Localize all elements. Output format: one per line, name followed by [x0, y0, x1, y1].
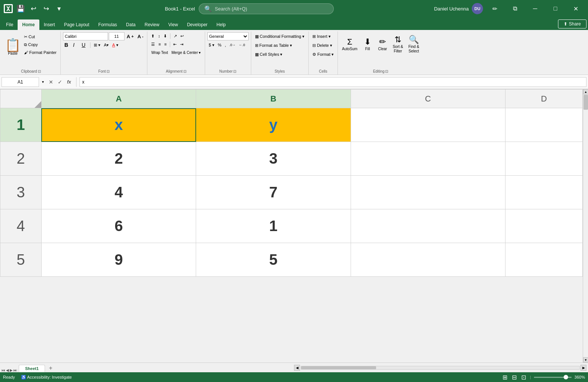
- decrease-indent-button[interactable]: ⇤: [172, 40, 178, 48]
- alignment-expand-icon[interactable]: ⊡: [183, 69, 186, 73]
- sheet-prev-button[interactable]: ◀: [6, 368, 9, 372]
- number-format-select[interactable]: General Number Currency Accounting Short…: [207, 32, 249, 40]
- tab-data[interactable]: Data: [122, 19, 140, 30]
- italic-button[interactable]: I: [72, 41, 80, 49]
- cell-styles-button[interactable]: ▦ Cell Styles ▾: [254, 50, 284, 58]
- autosum-button[interactable]: Σ AutoSum: [340, 32, 359, 57]
- restore-down-button[interactable]: ⧉: [506, 3, 524, 14]
- insert-button[interactable]: ⊞ Insert ▾: [311, 32, 332, 40]
- sheet-last-button[interactable]: ⏭: [14, 368, 17, 372]
- ribbon-display-button[interactable]: ✏: [486, 3, 503, 14]
- normal-view-button[interactable]: ⊞: [502, 373, 508, 382]
- tab-home[interactable]: Home: [18, 19, 39, 30]
- cell-D3[interactable]: [505, 176, 582, 209]
- increase-font-button[interactable]: A+: [125, 33, 135, 40]
- customize-qat-button[interactable]: ▾: [53, 3, 64, 14]
- cell-A3[interactable]: 4: [41, 176, 196, 209]
- share-button[interactable]: ⬆ Share: [558, 19, 586, 28]
- number-expand-icon[interactable]: ⊡: [233, 69, 236, 73]
- tab-file[interactable]: File: [2, 19, 18, 30]
- cell-A1[interactable]: x: [41, 108, 196, 142]
- find-select-button[interactable]: 🔍 Find & Select: [406, 32, 421, 57]
- align-center-button[interactable]: ≡: [157, 40, 162, 48]
- save-button[interactable]: 💾: [15, 3, 26, 14]
- tab-formulas[interactable]: Formulas: [94, 19, 122, 30]
- dollar-button[interactable]: $ ▾: [207, 41, 216, 49]
- maximize-button[interactable]: □: [547, 3, 564, 14]
- sort-filter-button[interactable]: ⇅ Sort & Filter: [391, 32, 405, 57]
- cell-B3[interactable]: 7: [196, 176, 351, 209]
- row-number-1[interactable]: 1: [0, 108, 42, 142]
- align-bottom-button[interactable]: ⬇: [162, 32, 168, 40]
- delete-button[interactable]: ⊟ Delete ▾: [311, 41, 334, 49]
- text-direction-button[interactable]: ↩: [179, 32, 185, 40]
- align-middle-button[interactable]: ↕: [156, 32, 162, 40]
- cell-B2[interactable]: 3: [196, 142, 351, 176]
- cut-button[interactable]: ✂ Cut: [22, 33, 58, 40]
- paste-button[interactable]: 📋 Paste: [4, 32, 22, 57]
- scroll-left-button[interactable]: ◀: [294, 365, 300, 371]
- cell-C4[interactable]: [351, 209, 505, 243]
- cell-C2[interactable]: [351, 142, 505, 176]
- scrollbar-thumb[interactable]: [584, 95, 588, 110]
- cancel-formula-button[interactable]: ✕: [47, 78, 55, 86]
- scroll-right-button[interactable]: ▶: [580, 365, 586, 371]
- cell-D5[interactable]: [505, 243, 582, 277]
- align-right-button[interactable]: ≡: [163, 40, 168, 48]
- clear-button[interactable]: ✏ Clear: [376, 32, 389, 57]
- undo-button[interactable]: ↩: [28, 3, 39, 14]
- scrollbar-track[interactable]: [583, 94, 588, 357]
- percent-button[interactable]: %: [216, 41, 223, 49]
- conditional-formatting-button[interactable]: ▦ Conditional Formatting ▾: [254, 32, 306, 40]
- cell-C5[interactable]: [351, 243, 505, 277]
- column-header-B[interactable]: B: [196, 90, 351, 108]
- font-expand-icon[interactable]: ⊡: [106, 69, 110, 73]
- row-number-2[interactable]: 2: [0, 142, 42, 176]
- copy-button[interactable]: ⧉ Copy: [22, 41, 58, 48]
- page-break-view-button[interactable]: ⊡: [520, 373, 527, 382]
- cell-A2[interactable]: 2: [41, 142, 196, 176]
- wrap-text-button[interactable]: Wrap Text: [150, 49, 170, 56]
- vertical-scrollbar[interactable]: ▲ ▼: [583, 89, 588, 363]
- confirm-formula-button[interactable]: ✓: [56, 78, 64, 86]
- insert-function-button[interactable]: fx: [65, 78, 73, 86]
- bold-button[interactable]: B: [63, 41, 71, 49]
- tab-insert[interactable]: Insert: [39, 19, 60, 30]
- cell-B1[interactable]: y: [196, 108, 351, 142]
- close-button[interactable]: ✕: [567, 3, 584, 14]
- font-name-input[interactable]: [63, 32, 108, 40]
- tab-developer[interactable]: Developer: [183, 19, 212, 30]
- comma-button[interactable]: ,: [223, 41, 227, 49]
- cell-D2[interactable]: [505, 142, 582, 176]
- cell-B5[interactable]: 5: [196, 243, 351, 277]
- font-color-button[interactable]: A▾: [111, 41, 120, 49]
- format-as-table-button[interactable]: ⊞ Format as Table ▾: [254, 41, 294, 49]
- add-sheet-button[interactable]: +: [46, 364, 55, 372]
- decrease-font-button[interactable]: A-: [136, 33, 145, 40]
- underline-button[interactable]: U: [80, 41, 88, 49]
- cell-B4[interactable]: 1: [196, 209, 351, 243]
- cell-C3[interactable]: [351, 176, 505, 209]
- decrease-decimal-button[interactable]: ←.0: [237, 41, 247, 49]
- row-number-5[interactable]: 5: [0, 243, 42, 277]
- fill-color-button[interactable]: A▾: [102, 41, 110, 49]
- sheet-first-button[interactable]: ⏮: [2, 368, 5, 372]
- minimize-button[interactable]: ─: [526, 3, 544, 14]
- row-number-3[interactable]: 3: [0, 176, 42, 209]
- align-top-button[interactable]: ⬆: [150, 32, 156, 40]
- scroll-down-button[interactable]: ▼: [583, 357, 588, 363]
- font-size-input[interactable]: [109, 32, 124, 40]
- orientation-button[interactable]: ↗: [172, 32, 178, 40]
- tab-review[interactable]: Review: [140, 19, 164, 30]
- zoom-slider[interactable]: [534, 377, 572, 378]
- sheet-tab-sheet1[interactable]: Sheet1: [19, 365, 45, 372]
- format-painter-button[interactable]: 🖌 Format Painter: [22, 49, 58, 56]
- page-layout-view-button[interactable]: ⊟: [511, 373, 518, 382]
- column-header-D[interactable]: D: [505, 90, 582, 108]
- sheet-next-button[interactable]: ▶: [10, 368, 13, 372]
- format-button[interactable]: ⚙ Format ▾: [311, 50, 335, 58]
- editing-collapse-icon[interactable]: ⊡: [385, 69, 388, 73]
- formula-input[interactable]: [80, 77, 586, 87]
- increase-decimal-button[interactable]: .0→: [228, 41, 237, 49]
- expand-formula-bar-button[interactable]: ▾: [40, 80, 45, 84]
